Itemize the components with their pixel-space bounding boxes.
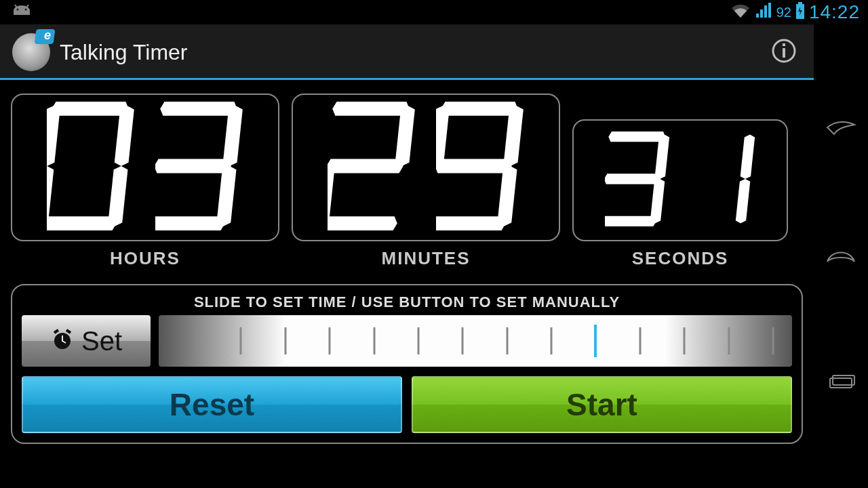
svg-point-0 [17, 9, 19, 11]
svg-marker-23 [328, 159, 404, 174]
wifi-icon [730, 3, 751, 22]
svg-line-2 [15, 5, 17, 7]
android-debug-icon [8, 3, 35, 22]
seconds-box[interactable] [572, 119, 788, 241]
minutes-label: MINUTES [292, 248, 560, 269]
svg-marker-21 [332, 102, 410, 116]
svg-marker-26 [440, 102, 519, 116]
nav-bar [814, 24, 868, 488]
info-icon[interactable] [769, 36, 799, 68]
svg-marker-31 [436, 216, 507, 230]
svg-marker-38 [735, 179, 750, 223]
svg-marker-10 [51, 102, 130, 116]
svg-marker-25 [328, 216, 398, 230]
recent-softkey[interactable] [825, 373, 857, 394]
status-clock: 14:22 [809, 1, 860, 23]
timer-display: HOURS MINUTES SECONDS [11, 94, 803, 269]
svg-rect-7 [783, 48, 785, 58]
minutes-box[interactable] [292, 94, 560, 241]
back-softkey[interactable] [825, 118, 857, 140]
svg-line-3 [26, 5, 28, 7]
slider-instruction: SLIDE TO SET TIME / USE BUTTON TO SET MA… [22, 293, 792, 311]
svg-rect-8 [783, 43, 785, 46]
controls-panel: SLIDE TO SET TIME / USE BUTTON TO SET MA… [11, 284, 803, 444]
reset-button[interactable]: Reset [22, 376, 402, 433]
svg-marker-34 [605, 174, 661, 184]
app-title: Talking Timer [60, 40, 188, 65]
start-button-label: Start [566, 386, 637, 423]
svg-marker-18 [155, 159, 232, 174]
svg-marker-27 [436, 106, 450, 166]
svg-marker-11 [47, 106, 60, 166]
signal-icon [755, 3, 772, 22]
svg-point-1 [25, 9, 27, 11]
home-softkey[interactable] [825, 245, 857, 267]
alarm-icon [50, 327, 75, 354]
battery-icon [795, 2, 805, 22]
hours-box[interactable] [11, 94, 279, 241]
svg-marker-15 [47, 216, 117, 230]
svg-rect-4 [798, 2, 802, 4]
set-button[interactable]: Set [22, 315, 151, 367]
svg-marker-29 [436, 159, 513, 174]
seconds-label: SECONDS [572, 248, 788, 269]
svg-marker-16 [159, 102, 238, 116]
svg-marker-36 [605, 216, 657, 226]
battery-percent: 92 [776, 5, 791, 20]
status-bar: 92 14:22 [0, 0, 868, 24]
svg-marker-32 [608, 131, 666, 142]
set-button-label: Set [81, 326, 122, 357]
time-slider[interactable] [159, 315, 792, 367]
hours-label: HOURS [11, 248, 279, 269]
start-button[interactable]: Start [412, 376, 792, 433]
svg-marker-37 [740, 135, 755, 179]
app-bar: Talking Timer [0, 24, 868, 80]
reset-button-label: Reset [170, 386, 254, 423]
svg-marker-20 [155, 216, 226, 230]
app-icon [12, 33, 50, 71]
